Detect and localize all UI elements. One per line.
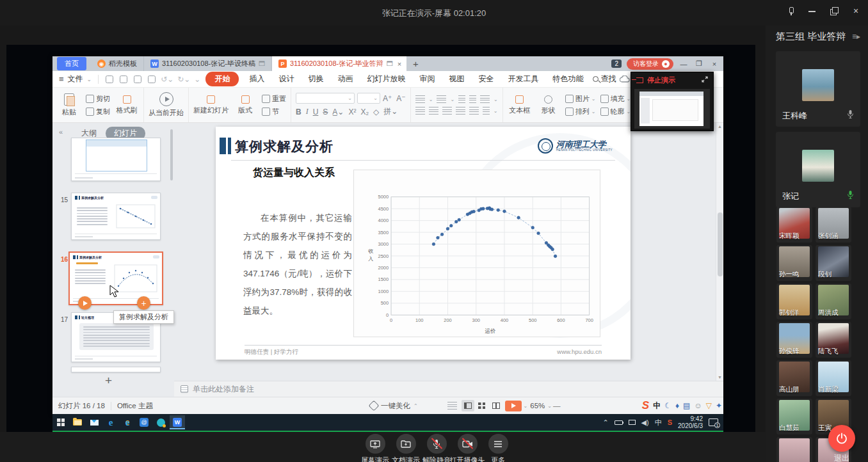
- play-from-current-button[interactable]: 从当前开始: [149, 92, 184, 118]
- layout-switch-icon[interactable]: ≡▸: [852, 32, 860, 41]
- theme-name[interactable]: Office 主题: [111, 401, 159, 411]
- new-tab-button[interactable]: +: [413, 58, 419, 69]
- taskbar-clock[interactable]: 9:42 2020/6/3: [678, 415, 703, 429]
- undo-icon[interactable]: ↺⌄: [161, 75, 173, 84]
- participant-tile[interactable]: 孙一鸣: [776, 245, 812, 281]
- camera-button[interactable]: 打开摄像头: [452, 434, 483, 462]
- participant-tile[interactable]: 白慧茹: [776, 399, 812, 434]
- battery-icon[interactable]: [615, 420, 623, 425]
- participant-tile[interactable]: 郭钊洋: [776, 283, 812, 319]
- zoom-out-button[interactable]: —: [553, 402, 561, 410]
- wps-taskbar-icon[interactable]: W: [170, 415, 185, 429]
- cut-button[interactable]: 剪切: [86, 94, 110, 104]
- menu-tab-features[interactable]: 特色功能: [545, 74, 590, 84]
- align-left-icon[interactable]: [415, 107, 425, 115]
- wps-restore-button[interactable]: ❐: [694, 60, 704, 68]
- line-spacing-icon[interactable]: [483, 107, 490, 115]
- subscript-button[interactable]: X₂: [360, 108, 369, 116]
- tab-home[interactable]: 首页: [57, 57, 86, 70]
- font-increase-icon[interactable]: A⁺: [383, 94, 392, 103]
- toolbox-icon[interactable]: ✦: [716, 401, 722, 410]
- export-icon[interactable]: [120, 76, 127, 83]
- participant-tile[interactable]: 陆飞飞: [816, 322, 851, 358]
- menu-tab-devtools[interactable]: 开发工具: [501, 74, 545, 84]
- expand-icon[interactable]: [702, 76, 708, 84]
- underline-button[interactable]: U: [313, 108, 319, 116]
- justify-icon[interactable]: [456, 107, 465, 115]
- bullet-list-icon[interactable]: [415, 95, 425, 103]
- volume-icon[interactable]: ◀): [641, 418, 649, 427]
- participant-tile[interactable]: 段钊: [816, 245, 851, 281]
- internet-explorer-icon[interactable]: e: [120, 415, 135, 429]
- notes-bar[interactable]: 单击此处添加备注: [174, 381, 723, 397]
- hidden-icons-chevron[interactable]: ⌃: [602, 418, 608, 427]
- reset-button[interactable]: 重置: [262, 94, 286, 104]
- close-tab-icon[interactable]: ×: [398, 60, 401, 68]
- wps-minimize-button[interactable]: —: [679, 60, 689, 68]
- slide-thumbnail-15[interactable]: 算例求解及分析: [71, 193, 161, 240]
- participant-tile-large[interactable]: 王科峰: [776, 51, 860, 127]
- menu-tab-security[interactable]: 安全: [471, 74, 501, 84]
- print-preview-icon[interactable]: [148, 76, 156, 83]
- slide-sorter-view-button[interactable]: [476, 400, 488, 411]
- minimize-button[interactable]: [808, 6, 817, 15]
- participant-tile[interactable]: 张钊涵: [816, 207, 851, 243]
- reader-app-icon[interactable]: @: [136, 415, 152, 429]
- ime-mode-icon[interactable]: 中: [653, 401, 661, 411]
- restore-button[interactable]: [830, 6, 839, 15]
- thumbnail-play-button[interactable]: [78, 296, 92, 310]
- menu-tab-view[interactable]: 视图: [442, 74, 471, 84]
- redo-icon[interactable]: ↻⌄: [177, 75, 190, 84]
- paste-button[interactable]: 粘贴: [57, 93, 81, 117]
- display-icon[interactable]: [629, 420, 636, 425]
- layout-button[interactable]: 版式: [233, 95, 257, 115]
- notes-toggle-icon[interactable]: [447, 402, 457, 410]
- panel-scrollbar[interactable]: [170, 129, 173, 180]
- action-center-icon[interactable]: 1: [709, 418, 718, 426]
- print-icon[interactable]: [134, 76, 141, 83]
- menu-tab-design[interactable]: 设计: [271, 74, 301, 84]
- slide-thumbnail-18-partial[interactable]: [71, 367, 161, 372]
- toolbar-more-icon[interactable]: ⌄: [194, 75, 200, 84]
- participant-tile[interactable]: 高山朋: [776, 360, 812, 396]
- participant-tile-large[interactable]: 张记: [776, 132, 860, 207]
- thumbnail-add-button[interactable]: +: [137, 296, 150, 310]
- slide-scrollbar[interactable]: ▲ ▼: [716, 123, 723, 381]
- outline-button[interactable]: 轮廓⌄: [600, 107, 631, 116]
- participant-tile[interactable]: 肖新梁: [816, 360, 851, 396]
- text-direction-icon[interactable]: [480, 95, 490, 103]
- superscript-button[interactable]: X²: [348, 108, 356, 116]
- stop-presenting-button[interactable]: 停止演示: [631, 72, 713, 88]
- arrange-button[interactable]: 排列⌄: [565, 107, 596, 116]
- browser-app-icon[interactable]: [153, 415, 168, 429]
- italic-button[interactable]: I: [306, 107, 309, 116]
- participant-tile[interactable]: 孙俊锋: [776, 322, 812, 358]
- exit-meeting-button[interactable]: 退出: [828, 425, 855, 462]
- slide-thumbnail-14[interactable]: [71, 138, 161, 181]
- phonetic-guide-icon[interactable]: 拼⌄: [383, 106, 398, 117]
- font-color-button[interactable]: A̲⌄: [332, 108, 344, 116]
- save-icon[interactable]: [106, 76, 113, 83]
- guest-login-button[interactable]: 访客登录 ●: [627, 58, 673, 70]
- copy-button[interactable]: 复制: [86, 107, 110, 116]
- participant-tile-partial[interactable]: [776, 437, 812, 462]
- participant-tile[interactable]: 宋晖颖: [776, 207, 812, 243]
- voice-input-icon[interactable]: ♦: [675, 401, 679, 410]
- start-button[interactable]: [53, 415, 68, 429]
- ime-tray-icon[interactable]: 中: [655, 418, 662, 427]
- menu-tab-insert[interactable]: 插入: [242, 74, 271, 84]
- doc-share-button[interactable]: 文档演示: [390, 434, 421, 462]
- pin-icon[interactable]: [786, 6, 795, 15]
- picture-button[interactable]: 图片⌄: [565, 94, 596, 104]
- mail-icon[interactable]: [86, 415, 102, 429]
- menu-tab-home[interactable]: 开始: [205, 72, 239, 86]
- fill-button[interactable]: 填充⌄: [600, 94, 631, 104]
- mic-muted-icon[interactable]: [847, 109, 854, 122]
- menu-tab-review[interactable]: 审阅: [412, 74, 442, 84]
- textbox-button[interactable]: 文本框: [508, 95, 532, 115]
- edge-icon[interactable]: e: [103, 415, 118, 429]
- file-menu[interactable]: 文件: [68, 74, 83, 84]
- menu-tab-animation[interactable]: 动画: [330, 74, 360, 84]
- tab-presentation-doc[interactable]: P 311602030108-张记-毕业答辩 🗖 ×: [272, 56, 406, 71]
- skin-icon[interactable]: ▽: [706, 401, 712, 410]
